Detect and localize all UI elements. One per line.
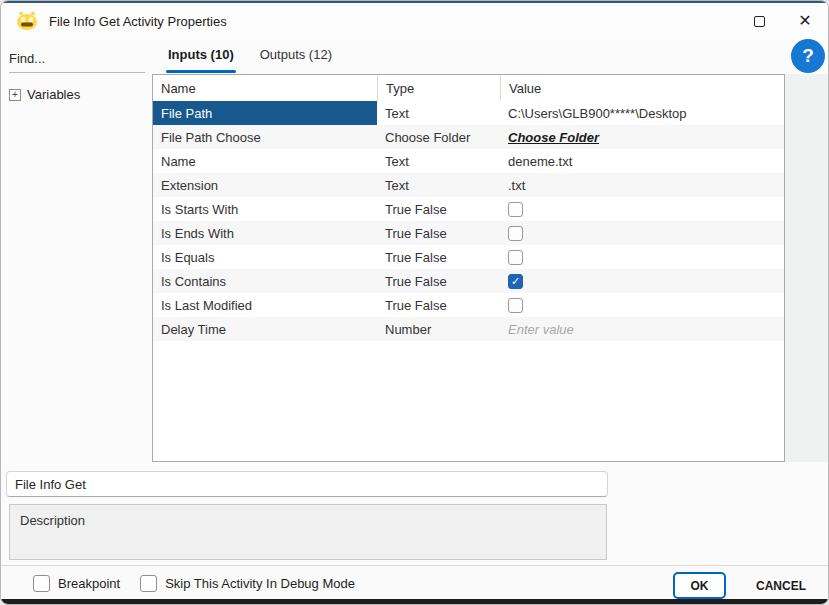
row-value-cell (500, 197, 784, 221)
row-type-cell: Text (377, 101, 500, 125)
checkbox-unchecked[interactable] (508, 226, 523, 241)
robot-app-icon (15, 10, 39, 32)
table-row[interactable]: Is Ends WithTrue False (153, 221, 784, 245)
table-row[interactable]: File Path ChooseChoose FolderChoose Fold… (153, 125, 784, 149)
row-type-cell: True False (377, 269, 500, 293)
row-name-cell[interactable]: Name (153, 149, 377, 173)
find-input[interactable]: Find... (9, 51, 145, 73)
close-button[interactable]: ✕ (782, 3, 828, 39)
tree-item-label: Variables (27, 87, 80, 102)
window-title: File Info Get Activity Properties (49, 14, 227, 29)
row-type-cell: True False (377, 293, 500, 317)
value-text: C:\Users\GLB900*****\Desktop (508, 106, 686, 121)
row-name-cell[interactable]: Delay Time (153, 317, 377, 341)
maximize-icon (754, 16, 765, 27)
row-value-cell (500, 221, 784, 245)
variables-panel: Find... + Variables (1, 39, 151, 464)
checkbox-unchecked[interactable] (508, 298, 523, 313)
row-name-cell[interactable]: File Path Choose (153, 125, 377, 149)
maximize-button[interactable] (736, 3, 782, 39)
row-type-cell: True False (377, 245, 500, 269)
row-type-cell: Choose Folder (377, 125, 500, 149)
row-name-cell[interactable]: Is Starts With (153, 197, 377, 221)
tree-item-variables[interactable]: + Variables (9, 87, 151, 102)
window-controls: ✕ (736, 3, 828, 39)
cancel-button[interactable]: CANCEL (743, 572, 819, 599)
row-type-cell: Text (377, 149, 500, 173)
value-text: deneme.txt (508, 154, 572, 169)
row-name-cell[interactable]: Extension (153, 173, 377, 197)
checkbox-unchecked[interactable] (508, 202, 523, 217)
table-row[interactable]: Is Starts WithTrue False (153, 197, 784, 221)
row-type-cell: True False (377, 197, 500, 221)
titlebar: File Info Get Activity Properties ✕ (1, 3, 828, 39)
table-row[interactable]: File PathTextC:\Users\GLB900*****\Deskto… (153, 101, 784, 125)
checkbox-unchecked[interactable] (508, 250, 523, 265)
close-icon: ✕ (798, 13, 811, 29)
row-type-cell: Number (377, 317, 500, 341)
row-value-cell: .txt (500, 173, 784, 197)
breakpoint-checkbox[interactable] (33, 575, 50, 592)
activity-name-input[interactable] (6, 471, 608, 497)
tab-bar: Inputs (10) Outputs (12) (166, 43, 334, 73)
row-name-cell[interactable]: Is Contains (153, 269, 377, 293)
column-header-name[interactable]: Name (153, 75, 377, 101)
row-value-cell: Choose Folder (500, 125, 784, 149)
properties-table: Name Type Value File PathTextC:\Users\GL… (152, 74, 785, 462)
table-row[interactable]: Is Last ModifiedTrue False (153, 293, 784, 317)
row-type-cell: Text (377, 173, 500, 197)
table-row[interactable]: Delay TimeNumberEnter value (153, 317, 784, 341)
tab-inputs[interactable]: Inputs (10) (166, 43, 236, 73)
table-row[interactable]: Is ContainsTrue False✓ (153, 269, 784, 293)
table-row[interactable]: ExtensionText.txt (153, 173, 784, 197)
row-value-cell: C:\Users\GLB900*****\Desktop (500, 101, 784, 125)
table-row[interactable]: Is EqualsTrue False (153, 245, 784, 269)
row-name-cell[interactable]: Is Last Modified (153, 293, 377, 317)
row-value-cell: ✓ (500, 269, 784, 293)
table-body: File PathTextC:\Users\GLB900*****\Deskto… (153, 101, 784, 341)
row-value-cell: deneme.txt (500, 149, 784, 173)
choose-folder-link[interactable]: Choose Folder (508, 130, 599, 145)
column-header-value[interactable]: Value (500, 75, 784, 101)
checkbox-checked[interactable]: ✓ (508, 274, 523, 289)
help-icon[interactable]: ? (791, 39, 825, 73)
row-value-cell (500, 293, 784, 317)
skip-debug-checkbox[interactable] (140, 575, 157, 592)
row-name-cell[interactable]: Is Ends With (153, 221, 377, 245)
table-row[interactable]: NameTextdeneme.txt (153, 149, 784, 173)
table-header: Name Type Value (153, 75, 784, 101)
breakpoint-label: Breakpoint (58, 576, 120, 591)
window-bottom-edge (1, 599, 828, 604)
ok-button[interactable]: OK (673, 572, 726, 599)
description-textarea[interactable]: Description (9, 504, 607, 560)
row-name-cell[interactable]: File Path (153, 101, 377, 125)
dialog-window: File Info Get Activity Properties ✕ Find… (0, 0, 829, 605)
table-backdrop (785, 74, 828, 462)
row-value-cell (500, 245, 784, 269)
value-input-placeholder[interactable]: Enter value (508, 322, 574, 337)
row-value-cell: Enter value (500, 317, 784, 341)
row-name-cell[interactable]: Is Equals (153, 245, 377, 269)
value-text: .txt (508, 178, 525, 193)
tab-outputs[interactable]: Outputs (12) (258, 43, 334, 73)
column-header-type[interactable]: Type (377, 75, 500, 101)
expand-plus-icon[interactable]: + (9, 89, 21, 101)
row-type-cell: True False (377, 221, 500, 245)
skip-debug-label: Skip This Activity In Debug Mode (165, 576, 355, 591)
